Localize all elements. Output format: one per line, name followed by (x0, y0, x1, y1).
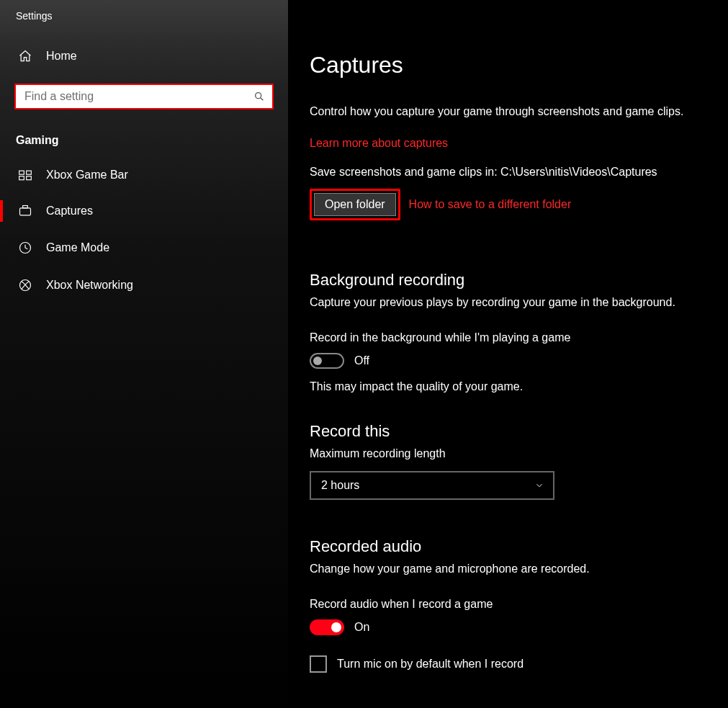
bg-toggle-state: Off (354, 354, 369, 367)
mic-default-label: Turn mic on by default when I record (337, 658, 523, 671)
page-title: Captures (310, 52, 706, 79)
search-icon (253, 91, 265, 102)
home-icon (17, 49, 33, 63)
svg-point-0 (256, 93, 261, 99)
recorded-audio-sub: Change how your game and microphone are … (310, 560, 706, 578)
captures-icon (17, 205, 33, 218)
svg-rect-2 (27, 171, 32, 174)
bg-toggle-label: Record in the background while I'm playi… (310, 331, 706, 344)
chevron-down-icon (534, 480, 544, 490)
ra-toggle-state: On (354, 621, 369, 634)
svg-rect-1 (19, 171, 24, 174)
home-nav[interactable]: Home (0, 39, 288, 73)
bg-recording-toggle[interactable] (310, 353, 344, 369)
how-to-save-link[interactable]: How to save to a different folder (409, 198, 572, 211)
recorded-audio-heading: Recorded audio (310, 537, 706, 556)
window-title: Settings (0, 4, 288, 30)
page-intro: Control how you capture your game throug… (310, 103, 706, 121)
search-input[interactable]: Find a setting (14, 84, 274, 109)
ra-toggle-label: Record audio when I record a game (310, 598, 706, 611)
mic-default-checkbox[interactable] (310, 655, 327, 673)
open-folder-highlight: Open folder (310, 189, 400, 220)
game-bar-icon (17, 169, 33, 182)
sidebar-item-xbox-networking[interactable]: Xbox Networking (0, 266, 288, 304)
sidebar: Settings Home Find a setting Gaming Xbox… (0, 0, 288, 708)
sidebar-item-label: Captures (46, 205, 93, 218)
svg-rect-6 (23, 206, 28, 208)
sidebar-item-label: Game Mode (46, 241, 109, 254)
xbox-icon (17, 278, 33, 292)
dropdown-value: 2 hours (321, 479, 359, 492)
bg-recording-sub: Capture your previous plays by recording… (310, 294, 706, 311)
svg-rect-5 (20, 208, 31, 215)
sidebar-item-label: Xbox Networking (46, 279, 133, 292)
learn-more-link[interactable]: Learn more about captures (310, 137, 448, 150)
bg-hint: This may impact the quality of your game… (310, 380, 706, 393)
sidebar-item-captures[interactable]: Captures (0, 193, 288, 229)
open-folder-button[interactable]: Open folder (314, 193, 396, 216)
sidebar-item-label: Xbox Game Bar (46, 169, 128, 182)
main-content: Captures Control how you capture your ga… (288, 0, 728, 708)
sidebar-item-game-mode[interactable]: Game Mode (0, 229, 288, 266)
svg-rect-4 (27, 176, 32, 180)
sidebar-group-label: Gaming (0, 122, 288, 157)
record-this-heading: Record this (310, 422, 706, 441)
home-label: Home (46, 50, 77, 63)
record-audio-toggle[interactable] (310, 619, 344, 635)
max-length-dropdown[interactable]: 2 hours (310, 471, 554, 500)
search-placeholder: Find a setting (24, 90, 253, 103)
sidebar-item-xbox-game-bar[interactable]: Xbox Game Bar (0, 157, 288, 193)
game-mode-icon (17, 241, 33, 255)
record-this-sub: Maximum recording length (310, 445, 706, 462)
bg-recording-heading: Background recording (310, 271, 706, 290)
svg-rect-3 (19, 176, 24, 180)
save-path-text: Save screenshots and game clips in: C:\U… (310, 166, 706, 179)
